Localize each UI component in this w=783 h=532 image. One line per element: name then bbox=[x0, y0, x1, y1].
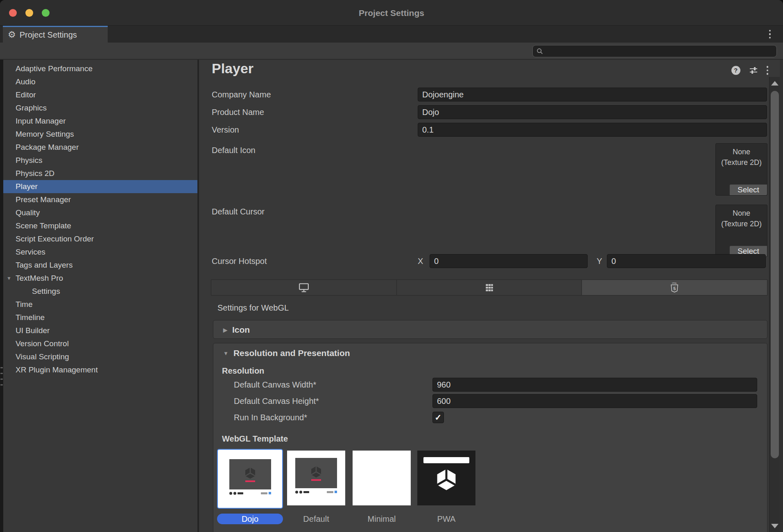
run-in-background-checkbox[interactable]: ✓ bbox=[432, 412, 444, 423]
platform-tab-dedicated-server[interactable] bbox=[397, 280, 582, 295]
accent-bar bbox=[245, 480, 255, 482]
sidebar-item-memory-settings[interactable]: ▼ Memory Settings bbox=[3, 128, 197, 141]
sidebar-item-version-control[interactable]: ▼ Version Control bbox=[3, 337, 197, 350]
template-card-pwa[interactable] bbox=[417, 451, 475, 505]
default-canvas-width-label: Default Canvas Width* bbox=[234, 378, 316, 392]
default-icon-none-type: (Texture 2D) bbox=[716, 157, 767, 168]
sidebar-item-label: Player bbox=[16, 182, 38, 191]
hotspot-y-label: Y bbox=[597, 254, 602, 268]
tab-menu-kebab-icon[interactable] bbox=[769, 26, 771, 43]
gear-icon: ⚙ bbox=[8, 30, 16, 39]
sidebar-item-xr-plugin-management[interactable]: ▼ XR Plugin Management bbox=[3, 363, 197, 376]
default-cursor-object-field[interactable]: None (Texture 2D) Select bbox=[715, 205, 767, 257]
sidebar-item-time[interactable]: ▼ Time bbox=[3, 298, 197, 311]
resolution-presentation-header[interactable]: ▼ Resolution and Presentation bbox=[213, 346, 767, 361]
hotspot-y-field[interactable] bbox=[607, 254, 766, 268]
vertical-scrollbar[interactable] bbox=[769, 77, 780, 532]
platform-tab-webgl[interactable]: HTML 5 bbox=[582, 280, 767, 295]
sidebar-item-scene-template[interactable]: ▼ Scene Template bbox=[3, 219, 197, 232]
default-icon-none-value: None bbox=[716, 147, 767, 157]
panel-menu-kebab-icon[interactable] bbox=[767, 66, 769, 75]
template-card-default[interactable] bbox=[287, 451, 345, 505]
presets-sliders-icon[interactable] bbox=[749, 65, 758, 75]
foldout-triangle-icon: ▼ bbox=[7, 272, 11, 285]
window-title: Project Settings bbox=[0, 0, 783, 26]
hotspot-x-field[interactable] bbox=[430, 254, 588, 268]
template-label-default[interactable]: Default bbox=[287, 514, 345, 524]
grip-mark bbox=[0, 379, 3, 380]
resolution-presentation-section: ▼ Resolution and Presentation Resolution… bbox=[213, 343, 767, 532]
grip-mark bbox=[0, 384, 3, 385]
sidebar-item-label: Script Execution Order bbox=[16, 234, 94, 243]
tab-strip: ⚙ Project Settings bbox=[0, 26, 783, 43]
sidebar-item-visual-scripting[interactable]: ▼ Visual Scripting bbox=[3, 350, 197, 363]
icon-section-label: Icon bbox=[232, 325, 250, 335]
template-label-dojo[interactable]: Dojo bbox=[217, 514, 283, 524]
sidebar-item-label: Adaptive Performance bbox=[16, 64, 93, 73]
company-name-field[interactable] bbox=[418, 88, 767, 101]
platform-tab-standalone[interactable] bbox=[211, 280, 397, 295]
search-box[interactable] bbox=[532, 45, 777, 57]
page-title: Player bbox=[212, 61, 253, 77]
sidebar-item-label: Settings bbox=[32, 287, 60, 295]
default-icon-object-field[interactable]: None (Texture 2D) Select bbox=[715, 143, 767, 196]
sidebar-item-ui-builder[interactable]: ▼ UI Builder bbox=[3, 324, 197, 337]
icon-section[interactable]: ▶ Icon bbox=[213, 320, 767, 339]
product-name-label: Product Name bbox=[212, 105, 264, 119]
template-card-dojo[interactable] bbox=[217, 449, 283, 509]
resolution-subheader: Resolution bbox=[222, 366, 264, 376]
grip-mark bbox=[0, 373, 3, 374]
sidebar-item-label: UI Builder bbox=[16, 326, 50, 335]
version-label: Version bbox=[212, 123, 239, 137]
sidebar-item-label: Timeline bbox=[16, 313, 45, 322]
sidebar-item-textmesh-pro[interactable]: ▼ TextMesh Pro bbox=[3, 272, 197, 285]
sidebar-item-tags-and-layers[interactable]: ▼ Tags and Layers bbox=[3, 259, 197, 272]
sidebar-item-settings[interactable]: ▼ Settings bbox=[3, 285, 197, 298]
template-label-minimal[interactable]: Minimal bbox=[353, 514, 411, 524]
template-card-minimal[interactable] bbox=[353, 451, 411, 505]
template-label-pwa[interactable]: PWA bbox=[417, 514, 475, 524]
sidebar-item-label: TextMesh Pro bbox=[16, 274, 63, 282]
sidebar-list: ▼ Adaptive Performance ▼ Audio ▼ Editor … bbox=[3, 60, 197, 376]
chevron-down-icon: ▼ bbox=[223, 350, 229, 356]
sidebar-item-label: Audio bbox=[16, 77, 36, 86]
sidebar-item-player[interactable]: ▼ Player bbox=[3, 180, 197, 193]
chevron-right-icon: ▶ bbox=[223, 327, 227, 333]
sidebar-item-preset-manager[interactable]: ▼ Preset Manager bbox=[3, 193, 197, 206]
sidebar-item-graphics[interactable]: ▼ Graphics bbox=[3, 101, 197, 115]
sidebar-item-label: Time bbox=[16, 300, 33, 309]
search-icon bbox=[536, 48, 543, 55]
sidebar-item-timeline[interactable]: ▼ Timeline bbox=[3, 311, 197, 324]
help-icon[interactable]: ? bbox=[731, 66, 740, 75]
scroll-up-arrow[interactable] bbox=[771, 81, 778, 86]
sidebar-item-label: XR Plugin Management bbox=[16, 365, 98, 374]
settings-category-sidebar: ▼ Adaptive Performance ▼ Audio ▼ Editor … bbox=[3, 60, 197, 532]
sidebar-item-physics[interactable]: ▼ Physics bbox=[3, 154, 197, 167]
tab-project-settings[interactable]: ⚙ Project Settings bbox=[3, 26, 108, 43]
product-name-field[interactable] bbox=[418, 105, 767, 119]
default-cursor-label: Default Cursor bbox=[212, 205, 265, 219]
settings-for-platform-header: Settings for WebGL bbox=[217, 303, 289, 313]
sidebar-item-adaptive-performance[interactable]: ▼ Adaptive Performance bbox=[3, 62, 197, 75]
scrollbar-thumb[interactable] bbox=[771, 91, 779, 458]
sidebar-item-services[interactable]: ▼ Services bbox=[3, 246, 197, 259]
sidebar-item-editor[interactable]: ▼ Editor bbox=[3, 88, 197, 101]
sidebar-item-audio[interactable]: ▼ Audio bbox=[3, 75, 197, 88]
sidebar-item-physics-2d[interactable]: ▼ Physics 2D bbox=[3, 167, 197, 180]
version-field[interactable] bbox=[418, 123, 767, 137]
sidebar-item-quality[interactable]: ▼ Quality bbox=[3, 206, 197, 219]
default-canvas-height-field[interactable] bbox=[432, 394, 757, 408]
scroll-down-arrow[interactable] bbox=[771, 524, 778, 528]
default-icon-select-button[interactable]: Select bbox=[729, 184, 767, 195]
sidebar-item-package-manager[interactable]: ▼ Package Manager bbox=[3, 141, 197, 154]
sidebar-item-input-manager[interactable]: ▼ Input Manager bbox=[3, 115, 197, 128]
default-icon-label: Default Icon bbox=[212, 143, 256, 157]
template-thumbnail bbox=[220, 452, 280, 506]
sidebar-item-label: Input Manager bbox=[16, 117, 66, 125]
default-canvas-width-field[interactable] bbox=[432, 378, 757, 392]
monitor-icon bbox=[298, 282, 310, 293]
sidebar-item-script-execution-order[interactable]: ▼ Script Execution Order bbox=[3, 232, 197, 246]
search-input[interactable] bbox=[546, 47, 767, 56]
platform-tab-bar: HTML 5 bbox=[211, 280, 767, 295]
webgl-template-header: WebGL Template bbox=[222, 434, 288, 444]
